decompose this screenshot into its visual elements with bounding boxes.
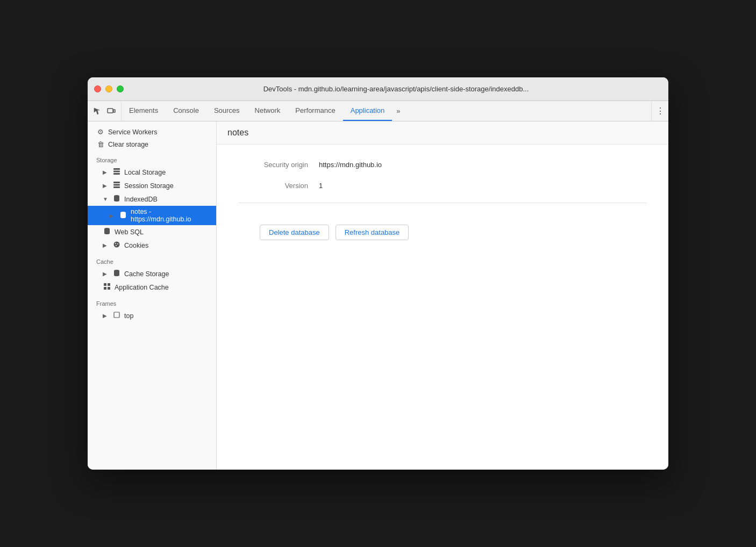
- notes-label: notes - https://mdn.github.io: [131, 208, 212, 223]
- sidebar-item-indexeddb[interactable]: ▼ IndexedDB: [88, 192, 216, 206]
- security-origin-row: Security origin https://mdn.github.io: [238, 161, 647, 169]
- svg-rect-20: [114, 312, 119, 318]
- detail-panel: notes Security origin https://mdn.github…: [217, 121, 668, 470]
- svg-rect-18: [104, 287, 106, 290]
- local-storage-icon: [112, 168, 121, 177]
- traffic-lights: [94, 85, 124, 92]
- version-row: Version 1: [238, 182, 647, 190]
- sidebar-item-app-cache[interactable]: Application Cache: [88, 280, 216, 294]
- refresh-database-button[interactable]: Refresh database: [336, 225, 409, 240]
- tab-application[interactable]: Application: [343, 101, 393, 121]
- svg-rect-17: [108, 283, 110, 286]
- minimize-button[interactable]: [105, 85, 112, 92]
- svg-point-14: [116, 245, 117, 246]
- cookies-icon: [112, 241, 121, 250]
- inspect-icon[interactable]: [92, 106, 103, 117]
- svg-rect-0: [108, 109, 113, 113]
- more-tabs[interactable]: »: [392, 101, 404, 121]
- devtools-menu[interactable]: ⋮: [651, 101, 668, 121]
- arrow-cookies: ▶: [103, 242, 109, 248]
- sidebar-item-service-workers[interactable]: ⚙ Service Workers: [88, 126, 216, 138]
- delete-database-button[interactable]: Delete database: [260, 225, 329, 240]
- toolbar: Elements Console Sources Network Perform…: [88, 101, 668, 121]
- service-workers-label: Service Workers: [108, 128, 157, 136]
- devtools-window: DevTools - mdn.github.io/learning-area/j…: [88, 77, 668, 470]
- cache-section-label: Cache: [88, 252, 216, 267]
- tab-sources[interactable]: Sources: [206, 101, 247, 121]
- tab-console[interactable]: Console: [166, 101, 206, 121]
- detail-title-bar: notes: [217, 121, 668, 145]
- device-icon[interactable]: [106, 106, 117, 117]
- version-value: 1: [319, 182, 323, 190]
- svg-rect-4: [113, 173, 120, 175]
- window-title: DevTools - mdn.github.io/learning-area/j…: [130, 85, 662, 93]
- maximize-button[interactable]: [117, 85, 124, 92]
- indexeddb-icon: [112, 195, 121, 204]
- service-workers-icon: ⚙: [96, 128, 105, 136]
- clear-storage-icon: 🗑: [96, 140, 105, 148]
- top-frame-icon: [112, 311, 121, 320]
- cache-storage-icon: [112, 269, 121, 278]
- web-sql-label: Web SQL: [115, 228, 144, 236]
- notes-db-icon: [119, 211, 127, 220]
- svg-rect-16: [104, 283, 106, 286]
- sidebar-item-cookies[interactable]: ▶ Cookies: [88, 239, 216, 252]
- app-cache-label: Application Cache: [115, 284, 169, 291]
- detail-title: notes: [227, 128, 658, 138]
- detail-body: Security origin https://mdn.github.io Ve…: [217, 145, 668, 470]
- main-content: ⚙ Service Workers 🗑 Clear storage Storag…: [88, 121, 668, 470]
- svg-rect-2: [113, 168, 120, 170]
- svg-rect-7: [113, 186, 120, 188]
- close-button[interactable]: [94, 85, 101, 92]
- svg-rect-5: [113, 182, 120, 183]
- sidebar: ⚙ Service Workers 🗑 Clear storage Storag…: [88, 121, 217, 470]
- sidebar-item-top[interactable]: ▶ top: [88, 309, 216, 322]
- sidebar-item-web-sql[interactable]: Web SQL: [88, 225, 216, 239]
- arrow-top: ▶: [103, 313, 109, 319]
- cookies-label: Cookies: [124, 242, 148, 249]
- svg-point-12: [115, 243, 116, 244]
- tab-bar: Elements Console Sources Network Perform…: [122, 101, 651, 121]
- app-cache-icon: [103, 283, 111, 292]
- top-label: top: [124, 312, 133, 320]
- session-storage-label: Session Storage: [124, 182, 174, 190]
- clear-storage-label: Clear storage: [108, 141, 148, 148]
- session-storage-icon: [112, 181, 121, 190]
- svg-rect-1: [113, 110, 115, 112]
- svg-point-11: [114, 242, 120, 248]
- security-origin-key: Security origin: [238, 161, 308, 169]
- button-row: Delete database Refresh database: [238, 214, 647, 251]
- sidebar-item-cache-storage[interactable]: ▶ Cache Storage: [88, 267, 216, 280]
- storage-section-label: Storage: [88, 150, 216, 165]
- svg-rect-3: [113, 171, 120, 172]
- arrow-cache-storage: ▶: [103, 271, 109, 277]
- title-bar: DevTools - mdn.github.io/learning-area/j…: [88, 77, 668, 101]
- sidebar-item-clear-storage[interactable]: 🗑 Clear storage: [88, 138, 216, 150]
- sidebar-item-session-storage[interactable]: ▶ Session Storage: [88, 179, 216, 192]
- cache-storage-label: Cache Storage: [124, 270, 169, 278]
- frames-section-label: Frames: [88, 294, 216, 309]
- detail-divider: [238, 203, 647, 203]
- tab-network[interactable]: Network: [247, 101, 288, 121]
- svg-rect-6: [113, 184, 120, 186]
- sidebar-item-notes[interactable]: ▶ notes - https://mdn.github.io: [88, 206, 216, 225]
- web-sql-icon: [103, 227, 111, 236]
- svg-rect-19: [108, 287, 110, 290]
- sidebar-item-local-storage[interactable]: ▶ Local Storage: [88, 165, 216, 179]
- svg-point-13: [117, 243, 118, 244]
- version-key: Version: [238, 182, 308, 190]
- arrow-notes: ▶: [109, 213, 116, 219]
- indexeddb-label: IndexedDB: [124, 196, 158, 203]
- tab-performance[interactable]: Performance: [288, 101, 343, 121]
- tab-elements[interactable]: Elements: [122, 101, 166, 121]
- arrow-indexeddb: ▼: [103, 196, 109, 202]
- arrow-local-storage: ▶: [103, 169, 109, 175]
- toolbar-icons: [88, 101, 122, 121]
- local-storage-label: Local Storage: [124, 169, 166, 176]
- arrow-session-storage: ▶: [103, 183, 109, 189]
- security-origin-value: https://mdn.github.io: [319, 161, 382, 169]
